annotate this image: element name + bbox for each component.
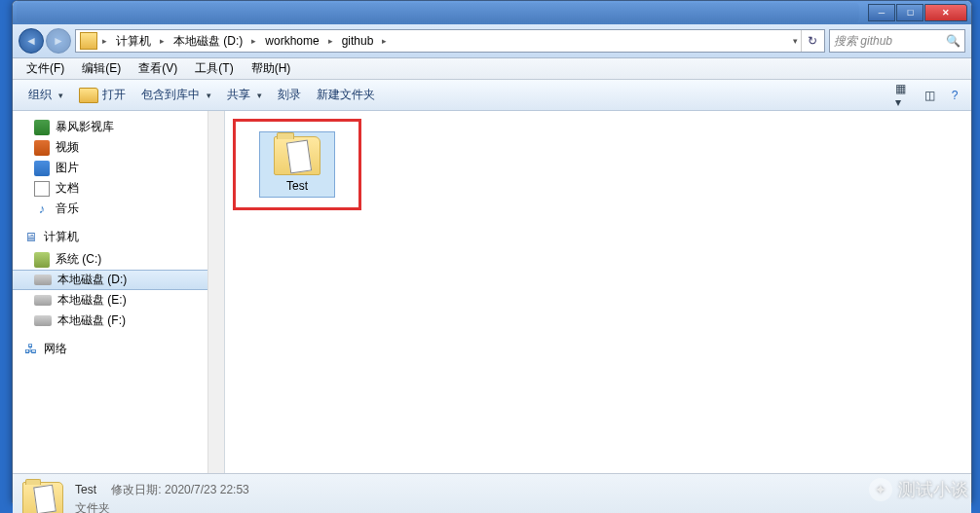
sidebar-item-drive-e[interactable]: 本地磁盘 (E:): [13, 290, 224, 311]
nav-back-button[interactable]: ◄: [19, 28, 44, 54]
refresh-button[interactable]: ↻: [801, 30, 822, 52]
sidebar-item-documents[interactable]: 文档: [13, 178, 224, 199]
body-area: 暴风影视库 视频 图片 文档 ♪音乐 🖥计算机 系统 (C:) 本地磁盘 (D:…: [13, 111, 971, 473]
menu-view[interactable]: 查看(V): [131, 58, 185, 79]
sidebar-item-stormlib[interactable]: 暴风影视库: [13, 117, 224, 137]
folder-item-test[interactable]: Test: [259, 131, 335, 198]
sidebar-label: 本地磁盘 (D:): [57, 272, 127, 288]
sidebar-label: 网络: [44, 341, 67, 357]
menu-file[interactable]: 文件(F): [19, 58, 72, 79]
sidebar-header-computer[interactable]: 🖥计算机: [13, 225, 224, 249]
navigation-pane[interactable]: 暴风影视库 视频 图片 文档 ♪音乐 🖥计算机 系统 (C:) 本地磁盘 (D:…: [13, 111, 225, 473]
close-button[interactable]: [924, 4, 967, 21]
sidebar-item-drive-d[interactable]: 本地磁盘 (D:): [13, 270, 224, 290]
sidebar-item-pictures[interactable]: 图片: [13, 158, 224, 178]
burn-button[interactable]: 刻录: [270, 83, 309, 107]
titlebar-title: [17, 3, 859, 22]
minimize-button[interactable]: [868, 4, 895, 21]
sidebar-label: 暴风影视库: [56, 119, 114, 135]
sidebar-item-drive-f[interactable]: 本地磁盘 (F:): [13, 311, 224, 331]
sidebar-item-drive-c[interactable]: 系统 (C:): [13, 249, 224, 270]
chevron-right-icon[interactable]: ▸: [325, 36, 336, 46]
titlebar[interactable]: [13, 1, 971, 24]
open-label: 打开: [102, 87, 126, 103]
address-bar: ◄ ► ▸ 计算机 ▸ 本地磁盘 (D:) ▸ workhome ▸ githu…: [13, 24, 971, 58]
include-in-library-button[interactable]: 包含到库中: [133, 83, 219, 107]
sidebar-label: 本地磁盘 (E:): [57, 292, 127, 309]
folder-icon: [274, 136, 320, 175]
details-type: 文件夹: [75, 500, 249, 514]
preview-pane-button[interactable]: ◫: [921, 87, 938, 104]
breadcrumb-workhome[interactable]: workhome: [259, 30, 324, 52]
folder-icon: [80, 32, 97, 50]
drive-icon: [34, 315, 52, 326]
search-placeholder: 搜索 github: [834, 33, 892, 50]
content-pane[interactable]: Test: [225, 111, 971, 473]
explorer-window: ◄ ► ▸ 计算机 ▸ 本地磁盘 (D:) ▸ workhome ▸ githu…: [12, 0, 972, 503]
drive-icon: [34, 275, 52, 285]
chevron-right-icon[interactable]: ▸: [379, 36, 390, 46]
share-button[interactable]: 共享: [219, 83, 270, 107]
sidebar-label: 计算机: [44, 229, 79, 245]
new-folder-button[interactable]: 新建文件夹: [309, 83, 383, 107]
sidebar-label: 图片: [56, 160, 79, 176]
computer-icon: 🖥: [22, 230, 38, 245]
storm-icon: [34, 120, 50, 135]
details-date-value: 2020/7/23 22:53: [165, 483, 249, 496]
sidebar-item-music[interactable]: ♪音乐: [13, 199, 224, 219]
menu-tools[interactable]: 工具(T): [187, 58, 241, 79]
sidebar-label: 文档: [56, 180, 79, 197]
folder-open-icon: [79, 88, 98, 103]
sidebar-label: 系统 (C:): [56, 251, 101, 268]
details-pane: Test 修改日期: 2020/7/23 22:53 文件夹: [13, 473, 971, 513]
maximize-button[interactable]: [896, 4, 923, 21]
view-options-button[interactable]: ▦ ▾: [895, 87, 913, 104]
network-icon: 🖧: [22, 342, 38, 357]
scrollbar[interactable]: [207, 111, 224, 473]
sidebar-item-video[interactable]: 视频: [13, 137, 224, 158]
menu-help[interactable]: 帮助(H): [244, 58, 299, 79]
breadcrumb-github[interactable]: github: [336, 30, 380, 52]
breadcrumb[interactable]: ▸ 计算机 ▸ 本地磁盘 (D:) ▸ workhome ▸ github ▸ …: [75, 29, 825, 53]
pictures-icon: [34, 161, 50, 176]
help-button[interactable]: ?: [946, 87, 963, 104]
drive-icon: [34, 295, 52, 306]
nav-forward-button[interactable]: ►: [46, 28, 71, 54]
sidebar-label: 音乐: [56, 201, 79, 217]
video-icon: [34, 140, 50, 156]
sidebar-header-network[interactable]: 🖧网络: [13, 337, 224, 361]
chevron-right-icon[interactable]: ▸: [248, 36, 259, 46]
breadcrumb-drive-d[interactable]: 本地磁盘 (D:): [168, 30, 248, 52]
menu-bar: 文件(F) 编辑(E) 查看(V) 工具(T) 帮助(H): [13, 58, 971, 80]
folder-label: Test: [286, 179, 308, 193]
chevron-right-icon[interactable]: ▸: [99, 36, 110, 46]
drive-icon: [34, 252, 50, 268]
annotation-highlight: Test: [233, 119, 361, 210]
breadcrumb-computer[interactable]: 计算机: [110, 30, 157, 52]
breadcrumb-dropdown[interactable]: ▾: [790, 36, 801, 46]
toolbar: 组织 打开 包含到库中 共享 刻录 新建文件夹 ▦ ▾ ◫ ?: [13, 80, 971, 111]
open-button[interactable]: 打开: [71, 83, 133, 107]
menu-edit[interactable]: 编辑(E): [74, 58, 129, 79]
search-input[interactable]: 搜索 github 🔍: [829, 29, 965, 53]
details-name: Test: [75, 483, 96, 496]
details-date-label: 修改日期:: [111, 483, 161, 496]
sidebar-label: 本地磁盘 (F:): [57, 312, 126, 329]
sidebar-label: 视频: [56, 139, 79, 156]
documents-icon: [34, 181, 50, 197]
folder-icon: [22, 482, 63, 514]
search-icon[interactable]: 🔍: [946, 34, 961, 48]
music-icon: ♪: [34, 202, 50, 217]
organize-button[interactable]: 组织: [20, 83, 71, 107]
chevron-right-icon[interactable]: ▸: [157, 36, 168, 46]
